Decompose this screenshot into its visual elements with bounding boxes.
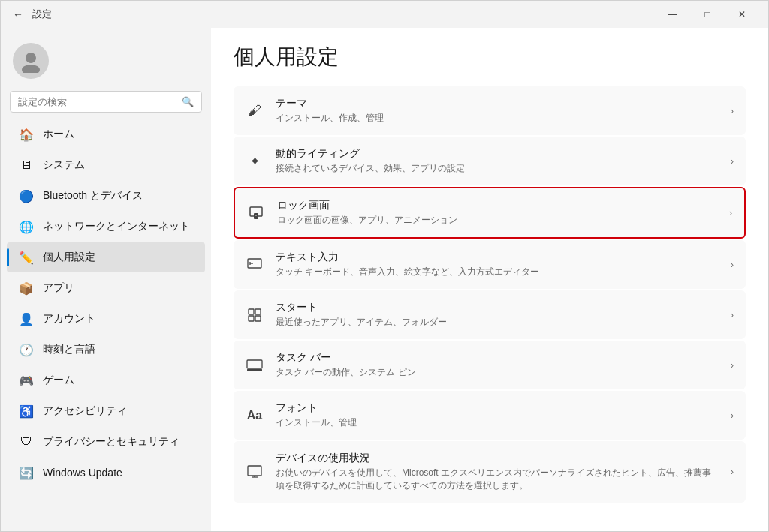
sidebar-item-label: アプリ [43, 281, 74, 295]
settings-item-taskbar[interactable]: タスク バー タスク バーの動作、システム ピン › [234, 341, 746, 389]
text-input-icon [246, 256, 264, 274]
privacy-icon: 🛡 [19, 434, 34, 449]
sidebar-item-label: ゲーム [43, 374, 74, 387]
close-button[interactable]: ✕ [725, 1, 759, 28]
minimize-button[interactable]: — [656, 1, 690, 28]
sidebar-item-gaming[interactable]: 🎮 ゲーム [7, 365, 205, 395]
system-icon: 🖥 [19, 158, 34, 173]
fonts-text: フォント インストール、管理 [276, 401, 719, 429]
theme-chevron: › [731, 106, 734, 116]
svg-point-0 [26, 53, 36, 63]
settings-item-start[interactable]: スタート 最近使ったアプリ、アイテム、フォルダー › [234, 290, 746, 339]
taskbar-title: タスク バー [276, 351, 719, 365]
main-content: 個人用設定 🖌 テーマ インストール、作成、管理 › ✦ 動的ライティング 接続… [211, 28, 768, 531]
apps-icon: 📦 [19, 281, 34, 296]
sidebar-item-label: Windows Update [43, 467, 122, 479]
search-icon: 🔍 [182, 96, 194, 107]
sidebar-nav: 🏠 ホーム 🖥 システム 🔵 Bluetooth とデバイス 🌐 ネットワークと… [1, 119, 211, 531]
start-desc: 最近使ったアプリ、アイテム、フォルダー [276, 316, 719, 329]
taskbar-text: タスク バー タスク バーの動作、システム ピン [276, 351, 719, 379]
lock-screen-text: ロック画面 ロック画面の画像、アプリ、アニメーション [277, 199, 717, 227]
sidebar-item-label: ホーム [43, 128, 74, 141]
taskbar-desc: タスク バーの動作、システム ピン [276, 366, 719, 379]
settings-list: 🖌 テーマ インストール、作成、管理 › ✦ 動的ライティング 接続されているデ… [234, 86, 746, 503]
windows-update-icon: 🔄 [19, 465, 34, 480]
device-usage-desc: お使いのデバイスを使用して、Microsoft エクスペリエンス内でパーソナライ… [276, 467, 719, 492]
sidebar-item-time[interactable]: 🕐 時刻と言語 [7, 335, 205, 365]
sidebar-item-label: プライバシーとセキュリティ [43, 435, 179, 449]
svg-rect-11 [255, 316, 261, 321]
text-input-text: テキスト入力 タッチ キーボード、音声入力、絵文字など、入力方式エディター [276, 251, 719, 278]
accessibility-icon: ♿ [19, 404, 34, 419]
accounts-icon: 👤 [19, 311, 34, 326]
home-icon: 🏠 [19, 127, 34, 142]
svg-rect-12 [247, 360, 262, 368]
settings-window: ← 設定 — □ ✕ 🔍 [0, 0, 769, 532]
sidebar-item-privacy[interactable]: 🛡 プライバシーとセキュリティ [7, 427, 205, 457]
fonts-title: フォント [276, 401, 719, 415]
start-title: スタート [276, 301, 719, 314]
sidebar-item-label: アカウント [43, 312, 95, 326]
sidebar-item-network[interactable]: 🌐 ネットワークとインターネット [7, 212, 205, 242]
text-input-title: テキスト入力 [276, 251, 719, 264]
sidebar-item-home[interactable]: 🏠 ホーム [7, 119, 205, 149]
lock-screen-title: ロック画面 [277, 199, 717, 212]
text-input-desc: タッチ キーボード、音声入力、絵文字など、入力方式エディター [276, 266, 719, 278]
device-usage-chevron: › [731, 467, 734, 477]
dynamic-lighting-title: 動的ライティング [276, 147, 719, 161]
fonts-desc: インストール、管理 [276, 416, 719, 429]
svg-point-1 [22, 65, 40, 73]
sidebar-item-label: ネットワークとインターネット [43, 220, 190, 233]
sidebar-item-accounts[interactable]: 👤 アカウント [7, 304, 205, 334]
gaming-icon: 🎮 [19, 373, 34, 388]
window-title: 設定 [32, 8, 650, 21]
sidebar-item-apps[interactable]: 📦 アプリ [7, 273, 205, 303]
sidebar-item-label: システム [43, 158, 85, 172]
search-box[interactable]: 🔍 [10, 91, 202, 113]
sidebar-item-windows-update[interactable]: 🔄 Windows Update [7, 458, 205, 488]
device-usage-text: デバイスの使用状況 お使いのデバイスを使用して、Microsoft エクスペリエ… [276, 452, 719, 492]
device-usage-title: デバイスの使用状況 [276, 452, 719, 465]
sidebar-item-label: Bluetooth とデバイス [43, 189, 143, 203]
avatar [13, 43, 49, 79]
back-button[interactable]: ← [10, 5, 26, 23]
page-title: 個人用設定 [234, 43, 746, 71]
settings-item-device-usage[interactable]: デバイスの使用状況 お使いのデバイスを使用して、Microsoft エクスペリエ… [234, 441, 746, 503]
lock-screen-desc: ロック画面の画像、アプリ、アニメーション [277, 214, 717, 227]
dynamic-lighting-icon: ✦ [246, 152, 264, 170]
settings-item-text-input[interactable]: テキスト入力 タッチ キーボード、音声入力、絵文字など、入力方式エディター › [234, 240, 746, 289]
text-input-chevron: › [731, 260, 734, 270]
dynamic-lighting-desc: 接続されているデバイス、効果、アプリの設定 [276, 162, 719, 175]
maximize-button[interactable]: □ [690, 1, 725, 28]
sidebar-item-personalization[interactable]: ✏️ 個人用設定 [7, 242, 205, 272]
time-icon: 🕐 [19, 342, 34, 357]
personalization-icon: ✏️ [19, 250, 34, 265]
device-usage-icon [246, 463, 264, 481]
svg-rect-14 [248, 466, 261, 476]
taskbar-icon [246, 356, 264, 374]
settings-item-fonts[interactable]: Aa フォント インストール、管理 › [234, 391, 746, 440]
settings-item-dynamic-lighting[interactable]: ✦ 動的ライティング 接続されているデバイス、効果、アプリの設定 › [234, 137, 746, 185]
sidebar-item-bluetooth[interactable]: 🔵 Bluetooth とデバイス [7, 181, 205, 211]
lock-screen-icon [247, 204, 265, 222]
svg-rect-13 [247, 369, 262, 371]
theme-desc: インストール、作成、管理 [276, 112, 719, 125]
network-icon: 🌐 [19, 219, 34, 234]
sidebar-item-system[interactable]: 🖥 システム [7, 150, 205, 180]
sidebar-item-label: 時刻と言語 [43, 343, 95, 356]
svg-rect-9 [255, 309, 261, 314]
theme-title: テーマ [276, 97, 719, 110]
theme-text: テーマ インストール、作成、管理 [276, 97, 719, 125]
start-text: スタート 最近使ったアプリ、アイテム、フォルダー [276, 301, 719, 329]
dynamic-lighting-chevron: › [731, 156, 734, 167]
fonts-icon: Aa [246, 407, 264, 425]
settings-item-theme[interactable]: 🖌 テーマ インストール、作成、管理 › [234, 86, 746, 135]
content-area: 🔍 🏠 ホーム 🖥 システム 🔵 Bluetooth とデバイス 🌐 ネットワー… [1, 28, 768, 531]
sidebar-item-label: 個人用設定 [43, 251, 95, 264]
bluetooth-icon: 🔵 [19, 188, 34, 203]
settings-item-lock-screen[interactable]: ロック画面 ロック画面の画像、アプリ、アニメーション › [234, 187, 746, 239]
sidebar-item-accessibility[interactable]: ♿ アクセシビリティ [7, 396, 205, 426]
search-input[interactable] [18, 96, 176, 107]
sidebar-profile [1, 28, 211, 91]
svg-point-4 [255, 214, 258, 216]
